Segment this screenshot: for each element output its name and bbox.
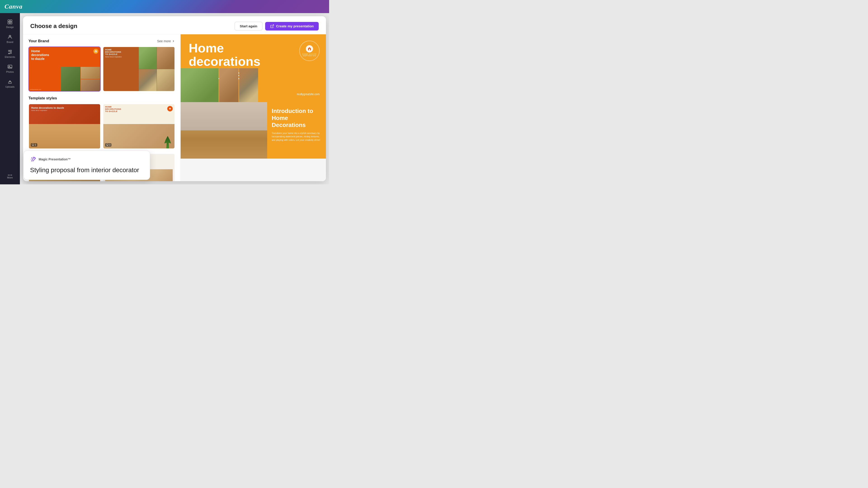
your-brand-section-header: Your Brand See more (29, 39, 175, 43)
svg-line-22 (35, 158, 35, 158)
magic-wand-icon (30, 156, 36, 162)
create-presentation-label: Create my presentation (276, 24, 314, 28)
template-cream-badge: 3 (105, 143, 112, 147)
top-bar: Canva (0, 0, 329, 13)
external-link-icon (270, 24, 274, 28)
your-brand-grid: Homedecorationsto dazzle (29, 46, 175, 92)
svg-rect-1 (10, 20, 12, 22)
start-again-button[interactable]: Start again (235, 22, 263, 31)
template-styles-title: Template styles (29, 96, 57, 101)
design-icon (7, 19, 13, 25)
svg-point-13 (169, 108, 170, 109)
preview-circle-text: HOME DECOR INSPIRATION (300, 53, 319, 57)
template-rust-sofa (29, 124, 100, 148)
preview-circle-badge: HOME DECOR INSPIRATION (299, 41, 320, 61)
svg-rect-0 (8, 20, 10, 22)
template-card-rust[interactable]: Home decorations to dazzle home decor in… (29, 104, 101, 149)
template-cream-badge-count: 3 (109, 144, 111, 146)
sidebar-item-label-uploads: Uploads (5, 86, 14, 88)
template-cream-sun-icon (167, 106, 173, 111)
preview-wall (181, 102, 267, 130)
template-cream-bg (103, 124, 175, 148)
create-presentation-button[interactable]: Create my presentation (265, 22, 319, 31)
svg-rect-12 (33, 145, 33, 146)
magic-text: Styling proposal from interior decorator (30, 166, 144, 174)
template-orange-circle (93, 49, 98, 54)
template-card-brown-inner: HOMEDECORATIONSTO DAZZLE Home Decor Insp… (103, 47, 175, 91)
preview-window-area (181, 102, 267, 130)
sidebar-item-photos[interactable]: Photos (2, 61, 18, 75)
preview-text-section: Introduction to Home Decorations Transfo… (267, 102, 326, 159)
dialog-header: Choose a design Start again Create my pr… (23, 16, 326, 34)
svg-point-5 (8, 50, 10, 52)
template-cream-title: HOMEDECORATIONSTO DAZZLE (105, 106, 173, 113)
template-orange-photos (61, 67, 100, 91)
template-rust-preview: Home decorations to dazzle home decor in… (29, 104, 100, 148)
preview-panel: Home decorations to dazzle HOME DECOR IN… (181, 34, 326, 181)
uploads-icon (7, 78, 13, 85)
template-brown-photos (139, 47, 174, 91)
sidebar-item-design[interactable]: Design (2, 17, 18, 31)
template-card-rust-inner: Home decorations to dazzle home decor in… (29, 104, 100, 148)
template-rust-subtitle: home decor inspiration (31, 109, 98, 111)
template-styles-grid: Home decorations to dazzle home decor in… (29, 104, 175, 149)
magic-header: Magic Presentation™ (30, 156, 144, 162)
template-orange-preview: Homedecorationsto dazzle (29, 47, 100, 91)
sidebar: Design Brand Elements (0, 13, 20, 184)
photos-icon (7, 64, 13, 70)
preview-home-icon-circle (306, 45, 313, 53)
template-orange-site: reallygreatsite.com (30, 89, 41, 90)
preview-slide2-body: Transform your home into a stylish sanct… (272, 131, 321, 142)
preview-slide-2: Introduction to Home Decorations Transfo… (181, 102, 326, 159)
sidebar-item-label-brand: Brand (6, 41, 13, 43)
sidebar-item-label-photos: Photos (6, 70, 14, 73)
svg-rect-11 (32, 144, 34, 145)
template-card-orange-inner: Homedecorationsto dazzle (29, 47, 100, 91)
template-cream-preview: HOMEDECORATIONSTO DAZZLE (103, 104, 175, 148)
sidebar-item-elements[interactable]: Elements (2, 46, 18, 61)
template-card-cream-inner: HOMEDECORATIONSTO DAZZLE (103, 104, 175, 148)
svg-rect-19 (107, 145, 107, 146)
svg-point-7 (10, 52, 11, 54)
svg-rect-2 (8, 22, 10, 24)
your-brand-title: Your Brand (29, 39, 49, 43)
template-orange-title: Homedecorationsto dazzle (31, 49, 98, 61)
more-icon (8, 175, 12, 175)
sidebar-item-uploads[interactable]: Uploads (2, 76, 18, 90)
preview-website: reallygreatsite.com (297, 93, 320, 96)
see-more-label: See more (157, 39, 171, 43)
template-rust-badge-count: 3 (35, 144, 36, 146)
template-card-brown[interactable]: HOMEDECORATIONSTO DAZZLE Home Decor Insp… (103, 46, 175, 92)
template-card-cream[interactable]: HOMEDECORATIONSTO DAZZLE (103, 104, 175, 149)
svg-rect-3 (10, 22, 12, 24)
preview-photo-grid (181, 68, 258, 102)
canva-logo: Canva (4, 3, 23, 10)
sidebar-item-label-elements: Elements (5, 56, 15, 58)
svg-rect-6 (10, 50, 11, 52)
dialog-actions: Start again Create my presentation (235, 22, 319, 31)
brand-icon (7, 34, 13, 40)
see-more-button[interactable]: See more (157, 39, 175, 43)
template-rust-badge: 3 (31, 143, 37, 147)
sidebar-item-label-design: Design (6, 26, 14, 29)
template-styles-section-header: Template styles (29, 96, 175, 101)
sidebar-item-more[interactable]: More (2, 173, 18, 181)
preview-slide-1: Home decorations to dazzle HOME DECOR IN… (181, 34, 326, 102)
svg-rect-18 (106, 144, 108, 145)
template-rust-title: Home decorations to dazzle (31, 106, 98, 109)
chevron-right-icon (172, 39, 175, 43)
dialog-title: Choose a design (30, 23, 77, 30)
sidebar-item-label-more: More (7, 176, 13, 179)
magic-tooltip: Magic Presentation™ Styling proposal fro… (24, 151, 150, 180)
svg-line-10 (272, 25, 274, 26)
main-content: Choose a design Start again Create my pr… (20, 13, 329, 184)
preview-slide2-heading: Introduction to Home Decorations (272, 107, 321, 129)
sidebar-item-brand[interactable]: Brand (2, 32, 18, 46)
magic-label: Magic Presentation™ (39, 158, 71, 161)
template-brown-preview: HOMEDECORATIONSTO DAZZLE Home Decor Insp… (103, 47, 175, 91)
template-card-orange[interactable]: Homedecorationsto dazzle (29, 46, 101, 92)
elements-icon (7, 49, 13, 55)
preview-sofa-section (181, 102, 267, 159)
